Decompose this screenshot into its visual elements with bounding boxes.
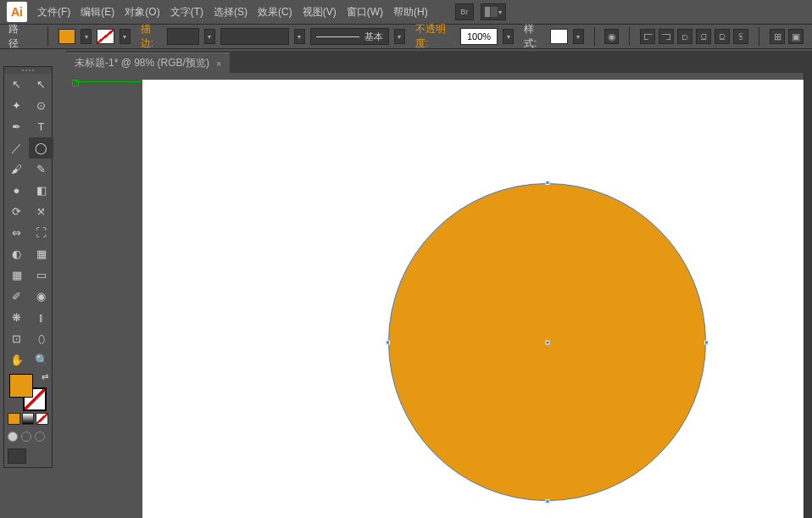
- svg-rect-0: [485, 7, 490, 17]
- lasso-tool[interactable]: ⊙: [29, 95, 53, 116]
- toolbox-grip[interactable]: [4, 67, 52, 74]
- pencil-tool[interactable]: ✎: [29, 159, 53, 180]
- pen-tool[interactable]: ✒: [4, 116, 29, 137]
- menubar: Ai 文件(F) 编辑(E) 对象(O) 文字(T) 选择(S) 效果(C) 视…: [0, 0, 812, 24]
- fill-dropdown[interactable]: ▾: [81, 29, 92, 44]
- menu-select[interactable]: 选择(S): [214, 5, 247, 19]
- artboard-tool[interactable]: ⊡: [4, 328, 29, 349]
- stroke-profile-dropdown[interactable]: ▾: [294, 29, 305, 44]
- color-section: ⇄: [4, 370, 52, 413]
- blob-brush-tool[interactable]: ●: [4, 180, 29, 201]
- style-dropdown[interactable]: ▾: [573, 29, 584, 44]
- stroke-profile-select[interactable]: [220, 28, 289, 45]
- divider: [759, 27, 759, 46]
- align-center-h-icon[interactable]: ⫎: [659, 29, 674, 44]
- rotate-tool[interactable]: ⟳: [4, 201, 29, 222]
- canvas-area[interactable]: [66, 73, 812, 518]
- free-transform-tool[interactable]: ⛶: [29, 222, 53, 243]
- blend-tool[interactable]: ◉: [29, 286, 53, 307]
- divider: [629, 27, 630, 46]
- gradient-tool[interactable]: ▭: [29, 265, 53, 286]
- opacity-input[interactable]: [460, 28, 498, 45]
- hand-tool[interactable]: ✋: [4, 349, 29, 370]
- document-title: 未标题-1* @ 98% (RGB/预览): [75, 56, 209, 70]
- stroke-dropdown[interactable]: ▾: [120, 29, 131, 44]
- line-tool[interactable]: ／: [4, 137, 29, 159]
- opacity-dropdown[interactable]: ▾: [503, 29, 514, 44]
- scale-tool[interactable]: ⤧: [29, 201, 53, 222]
- recolor-artwork-icon[interactable]: ◉: [604, 29, 619, 44]
- menu-edit[interactable]: 编辑(E): [81, 5, 114, 19]
- draw-behind[interactable]: [21, 432, 31, 442]
- draw-inside[interactable]: [35, 432, 45, 442]
- swap-colors-icon[interactable]: ⇄: [42, 372, 48, 382]
- toolbox: ↖↖✦⊙✒T／◯🖌✎●◧⟳⤧⇔⛶◐▦▦▭✐◉❋⫿⊡⬯✋🔍 ⇄: [3, 66, 53, 468]
- menu-help[interactable]: 帮助(H): [393, 5, 428, 19]
- opacity-label: 不透明度:: [415, 22, 455, 51]
- shape-builder-tool[interactable]: ◐: [4, 243, 29, 265]
- menu-window[interactable]: 窗口(W): [347, 5, 383, 19]
- stroke-weight-dropdown[interactable]: ▾: [204, 29, 215, 44]
- document-tab[interactable]: 未标题-1* @ 98% (RGB/预览) ×: [66, 53, 230, 73]
- width-tool[interactable]: ⇔: [4, 222, 29, 243]
- svg-rect-1: [491, 7, 498, 17]
- isolate-icon[interactable]: ▣: [788, 29, 804, 44]
- color-mode-none[interactable]: [36, 413, 48, 425]
- right-panel-dock[interactable]: [804, 73, 812, 518]
- align-top-icon[interactable]: ⫑: [696, 29, 711, 44]
- mesh-tool[interactable]: ▦: [4, 265, 29, 286]
- menu-file[interactable]: 文件(F): [37, 5, 70, 19]
- brush-preview-icon: [316, 36, 359, 37]
- paintbrush-tool[interactable]: 🖌: [4, 159, 29, 180]
- symbol-sprayer-tool[interactable]: ❋: [4, 307, 29, 328]
- graphic-style-swatch[interactable]: [550, 29, 567, 44]
- menu-object[interactable]: 对象(O): [125, 5, 159, 19]
- stroke-label: 描边:: [141, 22, 162, 51]
- document-tab-bar: 未标题-1* @ 98% (RGB/预览) ×: [66, 51, 812, 73]
- workspace-switcher[interactable]: ▾: [481, 3, 506, 20]
- menu-view[interactable]: 视图(V): [303, 5, 336, 19]
- artboard[interactable]: [142, 80, 812, 518]
- selection-tool[interactable]: ↖: [4, 74, 29, 95]
- align-bottom-icon[interactable]: ⫓: [733, 29, 748, 44]
- app-logo: Ai: [7, 2, 27, 22]
- brush-select[interactable]: 基本: [310, 28, 389, 45]
- context-label: 路径: [8, 22, 27, 51]
- direct-selection-tool[interactable]: ↖: [29, 74, 53, 95]
- magic-wand-tool[interactable]: ✦: [4, 95, 29, 116]
- align-group: ⫍ ⫎ ⫐ ⫑ ⫒ ⫓: [640, 29, 748, 44]
- stroke-weight-input[interactable]: [167, 28, 199, 45]
- draw-modes: [4, 428, 52, 445]
- color-mode-gradient[interactable]: [22, 413, 35, 425]
- align-right-icon[interactable]: ⫐: [677, 29, 692, 44]
- draw-normal[interactable]: [8, 432, 18, 442]
- options-bar: 路径 ▾ ▾ 描边: ▾ ▾ 基本 ▾ 不透明度: ▾ 样式: ▾ ◉ ⫍ ⫎ …: [0, 24, 812, 49]
- eyedropper-tool[interactable]: ✐: [4, 286, 29, 307]
- slice-tool[interactable]: ⬯: [29, 328, 53, 349]
- color-mode-row: [4, 413, 52, 428]
- transform-icon[interactable]: ⊞: [770, 29, 785, 44]
- divider: [47, 27, 48, 46]
- column-graph-tool[interactable]: ⫿: [29, 307, 53, 328]
- menu-effect[interactable]: 效果(C): [258, 5, 292, 19]
- fill-color-swatch[interactable]: [9, 374, 33, 398]
- screen-mode[interactable]: [4, 445, 52, 467]
- stroke-swatch[interactable]: [97, 29, 114, 44]
- ellipse-shape[interactable]: [388, 183, 706, 501]
- ellipse-tool[interactable]: ◯: [29, 137, 53, 159]
- bridge-button[interactable]: Br: [455, 3, 474, 20]
- brush-name: 基本: [364, 31, 383, 43]
- style-label: 样式:: [524, 22, 545, 51]
- fill-swatch[interactable]: [58, 29, 75, 44]
- type-tool[interactable]: T: [29, 116, 53, 137]
- align-left-icon[interactable]: ⫍: [640, 29, 655, 44]
- transform-group: ⊞ ▣: [770, 29, 804, 44]
- align-middle-v-icon[interactable]: ⫒: [715, 29, 730, 44]
- zoom-tool[interactable]: 🔍: [29, 349, 53, 370]
- close-icon[interactable]: ×: [216, 58, 221, 69]
- perspective-grid-tool[interactable]: ▦: [29, 243, 53, 265]
- color-mode-fill[interactable]: [8, 413, 20, 425]
- brush-dropdown[interactable]: ▾: [394, 29, 405, 44]
- eraser-tool[interactable]: ◧: [29, 180, 53, 201]
- menu-type[interactable]: 文字(T): [170, 5, 203, 19]
